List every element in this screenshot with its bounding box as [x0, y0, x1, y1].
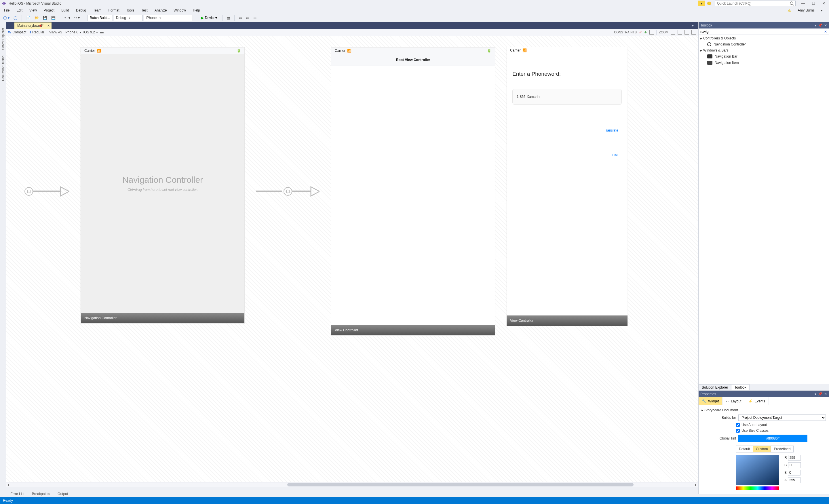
toolbar-icon-b[interactable]: ▭ — [238, 15, 244, 21]
tab-output[interactable]: Output — [55, 491, 71, 497]
pin-icon[interactable]: 📌 — [818, 392, 822, 396]
toolbox-item-navigation-item[interactable]: Navigation Item — [700, 60, 827, 66]
properties-tab-layout[interactable]: ▭Layout — [722, 397, 745, 405]
color-tab-custom[interactable]: Custom — [753, 445, 771, 453]
canvas-horizontal-scrollbar[interactable]: ◂▸ — [6, 482, 698, 487]
properties-tab-widget[interactable]: 🔧Widget — [698, 397, 722, 405]
toolbox-group-controllers[interactable]: ▸ Controllers & Objects — [700, 35, 827, 41]
orientation-icon[interactable]: ▬ — [100, 30, 104, 34]
size-class-w-value[interactable]: Compact — [12, 30, 26, 34]
menu-edit[interactable]: Edit — [14, 7, 25, 13]
color-tab-default[interactable]: Default — [736, 445, 753, 453]
panel-menu-icon[interactable]: ▾ — [815, 23, 816, 27]
panel-menu-icon[interactable]: ▾ — [815, 392, 816, 396]
translate-button[interactable]: Translate — [512, 122, 622, 138]
document-tab-main-storyboard[interactable]: Main.storyboard* 📌 ✕ — [14, 23, 51, 29]
minimize-button[interactable]: — — [798, 0, 808, 7]
toolbar-icon-d[interactable]: ▭ — [252, 15, 258, 21]
tab-toolbox[interactable]: Toolbox — [731, 384, 749, 390]
color-tab-predefined[interactable]: Predefined — [770, 445, 794, 453]
batch-build-button[interactable]: Batch Build... — [87, 15, 113, 21]
menu-help[interactable]: Help — [190, 7, 202, 13]
nav-back-button[interactable]: ◯ ▾ — [2, 15, 11, 21]
constraints-icon-a[interactable]: ⤢ — [639, 30, 642, 34]
constraints-icon-c[interactable] — [649, 30, 654, 35]
color-gradient-area[interactable] — [736, 455, 779, 485]
close-button[interactable]: ✕ — [819, 0, 829, 7]
undo-button[interactable]: ↶ ▾ — [63, 15, 71, 21]
size-class-h-value[interactable]: Regular — [32, 30, 44, 34]
clear-icon[interactable]: ✕ — [824, 30, 827, 34]
scene-phoneword-view-controller[interactable]: Carrier 📶 Enter a Phoneword: 1-855-Xamar… — [507, 47, 627, 326]
save-all-button[interactable]: 💾 — [50, 15, 57, 21]
open-button[interactable]: 📂 — [33, 15, 40, 21]
zoom-actual-icon[interactable] — [691, 30, 696, 35]
phoneword-textfield[interactable]: 1-855-Xamarin — [512, 88, 622, 105]
quick-launch-input[interactable] — [715, 1, 790, 5]
pin-icon[interactable]: 📌 — [818, 23, 822, 27]
storyboard-canvas[interactable]: Carrier 📶 🔋 Navigation Controller Ctrl+d… — [6, 36, 698, 482]
zoom-fit-icon[interactable] — [671, 30, 675, 35]
menu-test[interactable]: Test — [139, 7, 150, 13]
solution-platform-combo[interactable]: iPhone — [144, 15, 193, 21]
pin-icon[interactable]: 📌 — [39, 25, 42, 27]
close-icon[interactable]: ✕ — [824, 392, 827, 396]
menu-format[interactable]: Format — [106, 7, 122, 13]
use-size-classes-checkbox[interactable]: Use Size Classes — [701, 428, 826, 433]
menu-view[interactable]: View — [27, 7, 39, 13]
toolbox-search-input[interactable] — [700, 30, 824, 34]
properties-header[interactable]: Properties ▾📌✕ — [698, 391, 829, 397]
quick-launch[interactable] — [715, 1, 796, 6]
constraints-icon-b[interactable]: ✚ — [644, 30, 647, 34]
new-project-button[interactable]: 📄 — [25, 15, 32, 21]
toolbox-search[interactable]: ✕ — [698, 29, 829, 35]
menu-window[interactable]: Window — [171, 7, 188, 13]
view-as-ios[interactable]: iOS 9.2 ▾ — [83, 30, 98, 34]
signed-in-user[interactable]: ⚠ Amy Burns ▾ — [785, 7, 827, 14]
tab-breakpoints[interactable]: Breakpoints — [29, 491, 53, 497]
scene-navigation-controller[interactable]: Carrier 📶 🔋 Navigation Controller Ctrl+d… — [81, 47, 245, 324]
menu-analyze[interactable]: Analyze — [152, 7, 169, 13]
root-segue-arrow[interactable] — [256, 183, 320, 200]
start-debug-button[interactable]: ▶Device ▾ — [199, 15, 220, 21]
zoom-in-icon[interactable] — [685, 30, 689, 35]
save-button[interactable]: 💾 — [41, 15, 49, 21]
toolbar-icon-c[interactable]: ▭ — [245, 15, 251, 21]
menu-tools[interactable]: Tools — [124, 7, 137, 13]
nav-fwd-button[interactable]: ◯ — [12, 15, 19, 21]
builds-for-combo[interactable]: Project Deployment Target — [738, 415, 826, 421]
notifications-flag-icon[interactable]: ▾ — [698, 1, 705, 6]
menu-build[interactable]: Build — [59, 7, 71, 13]
menu-project[interactable]: Project — [41, 7, 57, 13]
redo-button[interactable]: ↷ ▾ — [73, 15, 81, 21]
properties-tab-events[interactable]: ⚡Events — [745, 397, 769, 405]
r-input[interactable] — [788, 455, 801, 461]
menu-team[interactable]: Team — [91, 7, 104, 13]
a-input[interactable] — [788, 477, 800, 483]
scene-root-view-controller[interactable]: Carrier 📶 🔋 Root View Controller View Co… — [331, 47, 495, 336]
restore-button[interactable]: ❐ — [808, 0, 819, 7]
close-icon[interactable]: ✕ — [824, 23, 827, 27]
close-tab-icon[interactable]: ✕ — [47, 24, 50, 28]
hue-slider[interactable] — [736, 487, 779, 490]
props-section-storyboard-document[interactable]: ▸ Storyboard Document — [701, 407, 826, 413]
view-as-device[interactable]: iPhone 6 ▾ — [65, 30, 81, 34]
tab-solution-explorer[interactable]: Solution Explorer — [698, 384, 731, 390]
tab-error-list[interactable]: Error List — [7, 491, 27, 497]
menu-file[interactable]: File — [2, 7, 12, 13]
server-explorer-tab[interactable]: Server Explorer — [0, 26, 5, 52]
use-auto-layout-checkbox[interactable]: Use Auto Layout — [701, 422, 826, 428]
menu-debug[interactable]: Debug — [74, 7, 88, 13]
global-tint-swatch[interactable]: #ff0086ff — [738, 435, 807, 442]
toolbox-item-navigation-bar[interactable]: Navigation Bar — [700, 53, 827, 60]
b-input[interactable] — [788, 470, 800, 475]
toolbox-group-windows-bars[interactable]: ▸ Windows & Bars — [700, 47, 827, 53]
document-outline-tab[interactable]: Document Outline — [0, 53, 5, 83]
toolbar-icon-a[interactable]: ▦ — [225, 15, 231, 21]
entry-point-arrow[interactable] — [23, 183, 69, 200]
g-input[interactable] — [788, 462, 801, 468]
feedback-smile-icon[interactable]: 🙂 — [705, 1, 713, 6]
call-button[interactable]: Call — [512, 147, 622, 163]
toolbox-item-navigation-controller[interactable]: Navigation Controller — [700, 41, 827, 47]
toolbox-header[interactable]: Toolbox ▾📌✕ — [698, 22, 829, 29]
